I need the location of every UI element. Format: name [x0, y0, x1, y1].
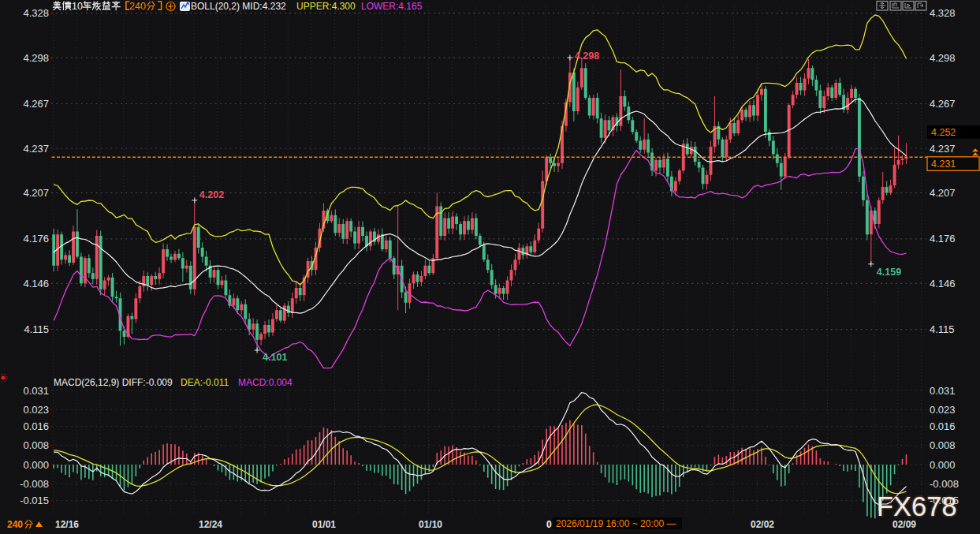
svg-text:MACD(26,12,9) DIFF:-0.009: MACD(26,12,9) DIFF:-0.009	[54, 377, 173, 388]
svg-text:4.328: 4.328	[930, 7, 956, 19]
svg-text:FX678: FX678	[877, 491, 957, 521]
svg-text:4.159: 4.159	[877, 267, 901, 278]
svg-text:0.031: 0.031	[23, 385, 49, 397]
svg-text:4.176: 4.176	[23, 233, 49, 245]
svg-text:4.115: 4.115	[930, 323, 955, 335]
svg-text:4.146: 4.146	[930, 278, 956, 289]
svg-text:4.252: 4.252	[931, 127, 956, 138]
svg-text:4.115: 4.115	[24, 323, 49, 335]
svg-text:0.016: 0.016	[23, 420, 49, 432]
svg-text:0.000: 0.000	[23, 459, 49, 471]
svg-text:12/16: 12/16	[55, 519, 79, 530]
svg-text:240: 240	[129, 1, 146, 12]
svg-text:4.207: 4.207	[23, 187, 49, 199]
svg-text:4.237: 4.237	[930, 143, 956, 155]
svg-text:4.267: 4.267	[23, 98, 49, 110]
svg-text:0.016: 0.016	[930, 420, 956, 432]
svg-text:02/02: 02/02	[751, 519, 774, 530]
svg-text:0.008: 0.008	[23, 439, 49, 451]
svg-text:4.101: 4.101	[263, 352, 287, 363]
svg-text:4.298: 4.298	[575, 50, 599, 62]
svg-text:01/10: 01/10	[419, 519, 442, 530]
svg-text:0.023: 0.023	[930, 404, 956, 416]
svg-text:4.328: 4.328	[23, 7, 49, 19]
svg-text:240: 240	[7, 519, 23, 530]
svg-text:0.008: 0.008	[930, 439, 956, 451]
svg-text:4.146: 4.146	[23, 278, 49, 289]
svg-text:0.000: 0.000	[930, 459, 956, 471]
svg-text:0.031: 0.031	[930, 385, 956, 397]
svg-text:0: 0	[546, 519, 552, 530]
svg-text:2026/01/19 16:00 ~ 20:00 —: 2026/01/19 16:00 ~ 20:00 —	[556, 518, 676, 529]
svg-text:4.207: 4.207	[930, 187, 956, 199]
svg-text:BOLL(20,2) MID:4.232: BOLL(20,2) MID:4.232	[191, 1, 286, 12]
svg-text:MACD:0.004: MACD:0.004	[238, 377, 293, 388]
svg-text:4.237: 4.237	[23, 143, 49, 155]
svg-text:LOWER:4.165: LOWER:4.165	[361, 1, 423, 12]
svg-text:-0.008: -0.008	[20, 478, 49, 490]
svg-text:01/01: 01/01	[312, 519, 336, 530]
svg-text:UPPER:4.300: UPPER:4.300	[296, 1, 356, 12]
svg-text:4.267: 4.267	[930, 98, 956, 110]
svg-text:4.202: 4.202	[199, 189, 224, 200]
svg-text:DEA:-0.011: DEA:-0.011	[181, 377, 229, 388]
svg-text:4.298: 4.298	[930, 52, 956, 64]
svg-text:10: 10	[72, 1, 83, 12]
svg-text:4.231: 4.231	[931, 159, 956, 170]
svg-text:0.023: 0.023	[23, 404, 49, 416]
svg-text:-0.015: -0.015	[20, 495, 49, 506]
svg-text:12/24: 12/24	[199, 519, 222, 530]
svg-text:4.298: 4.298	[23, 52, 49, 64]
svg-text:4.176: 4.176	[930, 233, 956, 245]
svg-text:-0.008: -0.008	[930, 478, 959, 490]
